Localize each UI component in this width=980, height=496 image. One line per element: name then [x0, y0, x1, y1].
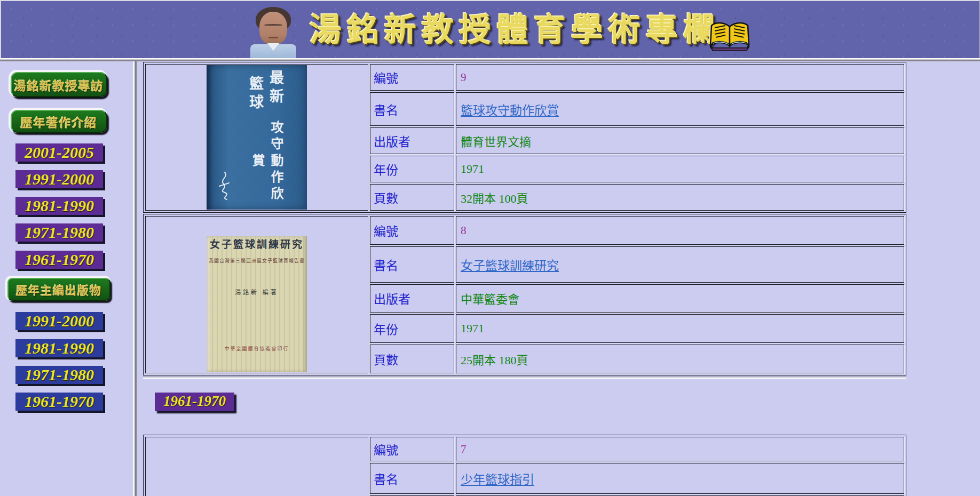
professor-photo [248, 7, 298, 58]
field-label-year: 年份 [370, 156, 454, 182]
field-label-id: 編號 [370, 216, 454, 245]
book-title-link[interactable]: 少年籃球指引 [461, 473, 534, 486]
book-cover-cell: 籃球 最新 攻守動作欣賞 [145, 64, 368, 211]
field-label-pages: 頁數 [370, 184, 454, 211]
sidebar-pub-year-1971-1980[interactable]: 1971-1980 [15, 366, 103, 384]
book-title-link[interactable]: 籃球攻守動作欣賞 [461, 104, 559, 117]
book-id-value: 8 [461, 224, 467, 237]
field-label-title: 書名 [370, 246, 454, 283]
book-cover-cell: 女子籃球訓練研究 我國台灣第三屆亞洲區女子籃球賽報告書 湯銘新 編著 中華全國體… [145, 216, 368, 373]
field-label-publisher: 出版者 [370, 127, 454, 154]
page-title: 湯銘新教授體育學術專欄 [310, 9, 715, 52]
book-table-9: 籃球 最新 攻守動作欣賞 編號 9 書名 籃球攻守動作欣賞 出版者 體育世界文摘… [143, 62, 906, 213]
book-id-value: 7 [461, 443, 467, 455]
open-book-icon [707, 17, 752, 53]
field-label-publisher: 出版者 [370, 284, 454, 313]
sidebar-year-1971-1980[interactable]: 1971-1980 [15, 223, 103, 242]
header-frame: 湯銘新教授體育學術專欄 [0, 0, 980, 58]
book-pages-value: 25開本 180頁 [461, 354, 528, 367]
sidebar-item-works[interactable]: 歷年著作介紹 [11, 110, 107, 133]
book-pages-value: 32開本 100頁 [461, 192, 528, 205]
section-badge-1961-1970: 1961-1970 [155, 393, 234, 411]
sidebar-item-interview[interactable]: 湯銘新教授專訪 [11, 72, 107, 97]
sidebar-item-publications[interactable]: 歷年主編出版物 [7, 278, 110, 301]
sidebar-year-1991-2000[interactable]: 1991-2000 [15, 170, 103, 188]
book-table-8: 女子籃球訓練研究 我國台灣第三屆亞洲區女子籃球賽報告書 湯銘新 編著 中華全國體… [143, 214, 906, 375]
field-label-id: 編號 [370, 437, 454, 461]
sidebar-year-1981-1990[interactable]: 1981-1990 [15, 197, 103, 215]
sidebar-pub-year-1991-2000[interactable]: 1991-2000 [15, 312, 103, 330]
book-table-7: 編號 7 書名 少年籃球指引 出版者 年份 頁數 [143, 435, 906, 496]
signature-mark [215, 170, 233, 201]
main-content: 籃球 最新 攻守動作欣賞 編號 9 書名 籃球攻守動作欣賞 出版者 體育世界文摘… [137, 61, 980, 496]
sidebar-item-label: 湯銘新教授專訪 [14, 76, 104, 93]
book-year-value: 1971 [461, 162, 484, 175]
field-label-year: 年份 [370, 314, 454, 343]
sidebar-year-1961-1970[interactable]: 1961-1970 [15, 251, 103, 269]
sidebar-year-2001-2005[interactable]: 2001-2005 [15, 143, 103, 162]
sidebar-item-label: 歷年著作介紹 [20, 113, 97, 130]
book-cover-image-9: 籃球 最新 攻守動作欣賞 [207, 65, 307, 210]
frame-divider-vertical [133, 61, 137, 496]
field-label-title: 書名 [370, 463, 454, 494]
sidebar-item-label: 歷年主編出版物 [16, 282, 102, 298]
book-year-value: 1971 [461, 322, 484, 335]
book-cover-cell [145, 437, 368, 496]
field-label-id: 編號 [370, 64, 454, 91]
book-id-value: 9 [461, 71, 467, 84]
field-label-title: 書名 [370, 92, 454, 126]
sidebar: 湯銘新教授專訪 歷年著作介紹 2001-2005 1991-2000 1981-… [0, 61, 133, 496]
book-publisher-value: 中華籃委會 [461, 293, 519, 306]
sidebar-pub-year-1981-1990[interactable]: 1981-1990 [15, 339, 103, 357]
book-publisher-value: 體育世界文摘 [461, 135, 531, 149]
sidebar-pub-year-1961-1970[interactable]: 1961-1970 [15, 393, 103, 411]
book-cover-image-8: 女子籃球訓練研究 我國台灣第三屆亞洲區女子籃球賽報告書 湯銘新 編著 中華全國體… [207, 236, 307, 372]
book-title-link[interactable]: 女子籃球訓練研究 [461, 259, 559, 273]
field-label-pages: 頁數 [370, 345, 454, 373]
